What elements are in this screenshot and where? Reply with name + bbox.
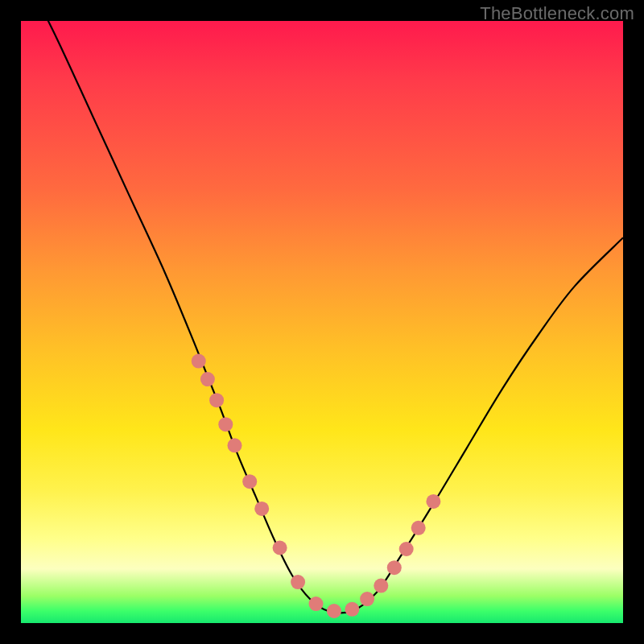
data-point	[218, 417, 233, 431]
data-point	[360, 592, 374, 606]
data-point	[374, 579, 388, 593]
data-point	[209, 393, 224, 407]
data-point	[273, 541, 287, 555]
data-point	[192, 354, 206, 369]
data-point	[345, 602, 359, 617]
data-point	[254, 502, 269, 516]
data-point	[242, 474, 257, 489]
chart-plot-area	[21, 21, 623, 623]
data-point	[291, 575, 305, 589]
data-point	[228, 438, 242, 452]
bottleneck-curve	[21, 21, 623, 623]
data-point	[399, 542, 414, 556]
chart-frame: TheBottleneck.com	[0, 0, 644, 644]
data-point	[327, 604, 341, 618]
data-point	[426, 494, 440, 509]
data-point	[411, 521, 426, 535]
data-point	[200, 372, 215, 386]
data-point	[387, 560, 402, 575]
data-point	[309, 597, 324, 611]
